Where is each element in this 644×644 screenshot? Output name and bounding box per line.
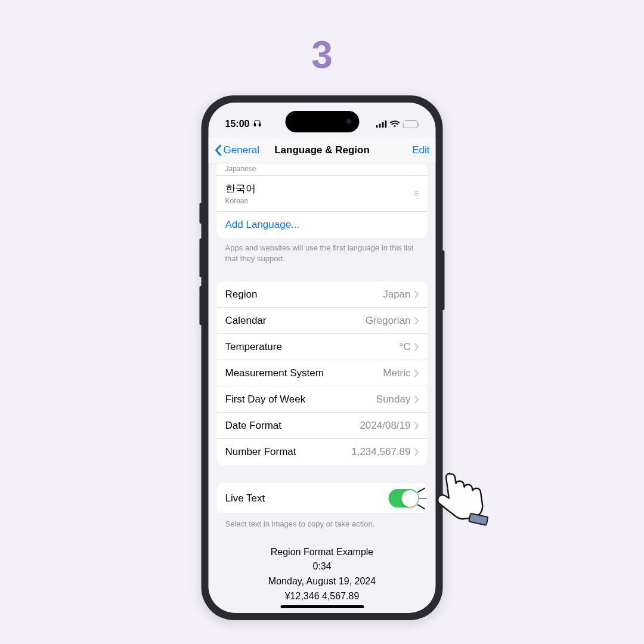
row-value: °C [399, 341, 410, 353]
edit-button[interactable]: Edit [412, 144, 429, 156]
chevron-left-icon [215, 144, 222, 156]
chevron-right-icon [414, 395, 419, 404]
chevron-right-icon [414, 317, 419, 325]
first-day-row[interactable]: First Day of Week Sunday [217, 386, 428, 413]
row-value: 2024/08/19 [360, 420, 410, 432]
back-button[interactable]: General [215, 144, 259, 156]
example-currency: ¥12,346 4,567.89 [209, 589, 436, 604]
phone-screen: 15:00 [209, 103, 436, 613]
example-date: Monday, August 19, 2024 [209, 574, 436, 589]
example-title: Region Format Example [209, 545, 436, 560]
measurement-row[interactable]: Measurement System Metric [217, 360, 428, 386]
nav-bar: General Language & Region Edit [209, 137, 436, 163]
row-label: First Day of Week [225, 394, 306, 405]
live-text-footer: Select text in images to copy or take ac… [209, 514, 436, 530]
row-label: Number Format [225, 446, 296, 458]
region-format-example: Region Format Example 0:34 Monday, Augus… [209, 545, 436, 604]
region-settings-list: Region Japan Calendar Gregorian Temperat… [217, 281, 428, 465]
temperature-row[interactable]: Temperature °C [217, 334, 428, 360]
number-format-row[interactable]: Number Format 1,234,567.89 [217, 439, 428, 465]
example-time: 0:34 [209, 559, 436, 574]
svg-rect-2 [376, 125, 377, 128]
dynamic-island [285, 111, 359, 132]
languages-footer: Apps and websites will use the first lan… [209, 238, 436, 264]
languages-list: Japanese 한국어 Korean ≡ Add Language... [217, 163, 428, 238]
live-text-label: Live Text [225, 493, 265, 504]
language-row-japanese[interactable]: Japanese [217, 163, 428, 176]
row-label: Calendar [225, 315, 267, 327]
wifi-icon [389, 120, 400, 128]
chevron-right-icon [414, 369, 419, 377]
tap-spark-icon [416, 488, 428, 509]
row-value: 1,234,567.89 [351, 446, 410, 458]
chevron-right-icon [414, 290, 419, 299]
phone-frame: 15:00 [202, 95, 443, 620]
language-row-korean[interactable]: 한국어 Korean ≡ [217, 176, 428, 212]
back-label: General [224, 144, 259, 156]
home-indicator[interactable] [280, 605, 364, 608]
region-row[interactable]: Region Japan [217, 281, 428, 308]
language-sub-label: Korean [225, 197, 256, 205]
live-text-group: Live Text [217, 483, 428, 514]
status-time: 15:00 [225, 119, 250, 129]
chevron-right-icon [414, 343, 419, 351]
svg-rect-4 [382, 122, 383, 128]
svg-rect-5 [385, 120, 386, 128]
add-language-label: Add Language... [225, 219, 300, 231]
svg-rect-3 [379, 124, 380, 128]
tap-cursor-icon [425, 462, 493, 535]
row-label: Region [225, 289, 258, 301]
chevron-right-icon [414, 448, 419, 456]
row-value: Japan [383, 289, 410, 301]
calendar-row[interactable]: Calendar Gregorian [217, 308, 428, 334]
svg-rect-6 [469, 513, 488, 525]
row-value: Metric [383, 367, 410, 379]
row-label: Temperature [225, 341, 282, 353]
language-sub-label: Japanese [225, 165, 256, 173]
svg-rect-0 [254, 123, 255, 126]
date-format-row[interactable]: Date Format 2024/08/19 [217, 413, 428, 439]
headphones-icon [253, 119, 261, 129]
row-label: Date Format [225, 420, 281, 432]
cellular-signal-icon [376, 120, 386, 128]
language-native-label: 한국어 [225, 182, 256, 196]
live-text-toggle[interactable] [389, 489, 419, 507]
page-title: Language & Region [274, 144, 370, 156]
row-label: Measurement System [225, 367, 324, 379]
live-text-row: Live Text [217, 483, 428, 514]
drag-handle-icon[interactable]: ≡ [413, 191, 419, 196]
step-number: 3 [311, 33, 333, 77]
add-language-button[interactable]: Add Language... [217, 212, 428, 238]
chevron-right-icon [414, 422, 419, 430]
front-camera-icon [346, 119, 352, 125]
row-value: Gregorian [366, 315, 411, 327]
battery-charging-icon: ⚡︎ [402, 120, 419, 128]
row-value: Sunday [376, 394, 411, 405]
svg-rect-1 [259, 123, 260, 126]
